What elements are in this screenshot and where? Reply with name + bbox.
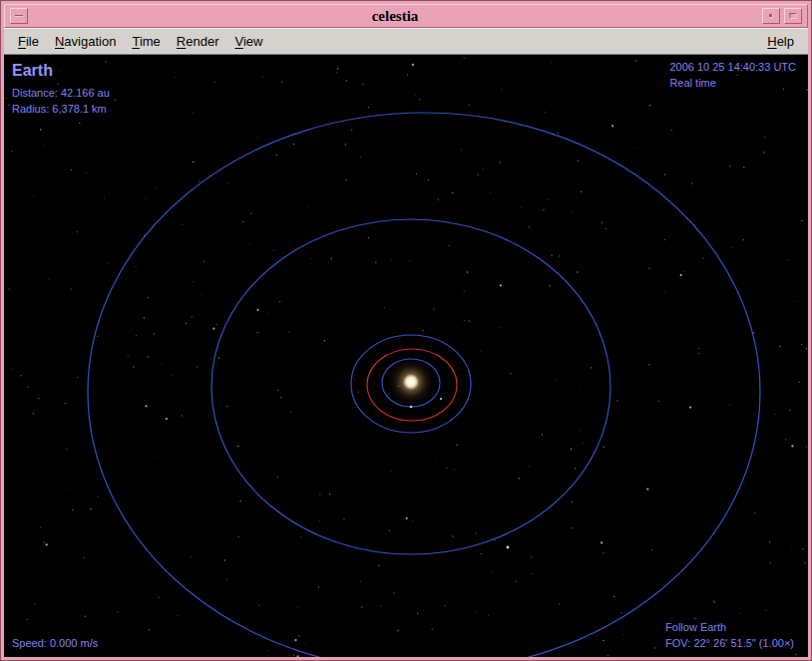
- window-menu-icon: [15, 15, 23, 17]
- menu-help[interactable]: Help: [759, 31, 802, 52]
- iconify-button[interactable]: [762, 8, 780, 24]
- sun-glow: [384, 355, 438, 409]
- menubar: File Navigation Time Render View Help: [4, 28, 808, 55]
- menu-view[interactable]: View: [226, 31, 270, 52]
- maximize-button[interactable]: [784, 8, 802, 24]
- iconify-icon: [769, 14, 773, 18]
- space-view[interactable]: [4, 55, 808, 657]
- celestia-window: celestia File Navigation Time Render Vie…: [0, 0, 812, 661]
- menu-render[interactable]: Render: [169, 31, 227, 52]
- menu-navigation[interactable]: Navigation: [47, 31, 124, 52]
- menu-file[interactable]: File: [10, 31, 47, 52]
- planet-dots: [410, 398, 510, 549]
- window-menu-button[interactable]: [10, 8, 28, 24]
- viewport[interactable]: Earth Distance: 42.166 au Radius: 6,378.…: [4, 55, 808, 657]
- menu-time[interactable]: Time: [124, 31, 168, 52]
- titlebar[interactable]: celestia: [4, 4, 808, 28]
- window-title: celestia: [30, 8, 760, 25]
- maximize-icon: [790, 13, 797, 19]
